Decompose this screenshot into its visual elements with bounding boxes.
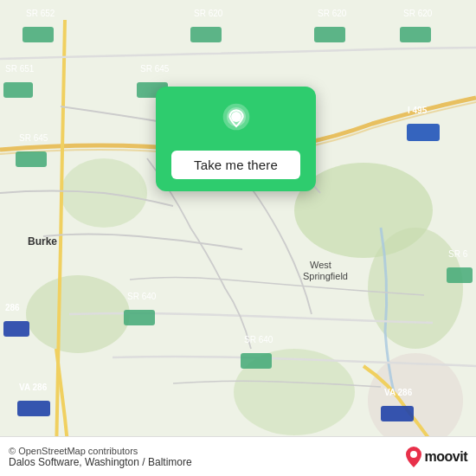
svg-rect-10 <box>3 82 33 98</box>
svg-point-1 <box>368 228 463 349</box>
svg-rect-7 <box>190 27 222 42</box>
moovit-label: moovit <box>425 449 467 465</box>
svg-point-23 <box>410 451 417 458</box>
popup-card: Take me there <box>156 87 316 191</box>
copyright-text: © OpenStreetMap contributors <box>9 446 404 456</box>
take-me-there-button[interactable]: Take me there <box>171 151 300 179</box>
bottom-bar: © OpenStreetMap contributors Dalos Softw… <box>0 436 476 476</box>
moovit-pin-icon <box>404 445 423 469</box>
moovit-logo: moovit <box>404 445 467 469</box>
svg-rect-6 <box>23 27 54 42</box>
svg-rect-8 <box>314 27 345 42</box>
svg-rect-15 <box>241 353 272 369</box>
brand-text: Dalos Software, Washington / Baltimore <box>9 456 404 468</box>
map-svg <box>0 0 476 476</box>
svg-rect-18 <box>381 406 414 421</box>
svg-rect-17 <box>17 401 50 416</box>
svg-rect-12 <box>16 151 47 167</box>
svg-rect-13 <box>407 124 440 141</box>
svg-rect-16 <box>3 321 29 337</box>
svg-point-22 <box>231 112 241 122</box>
location-pin-icon <box>216 102 256 142</box>
svg-rect-19 <box>447 267 473 283</box>
svg-point-4 <box>368 353 463 448</box>
svg-rect-14 <box>124 310 155 325</box>
svg-rect-9 <box>400 27 431 42</box>
map-container: SR 652 SR 620 SR 620 SR 620 SR 651 SR 64… <box>0 0 476 476</box>
